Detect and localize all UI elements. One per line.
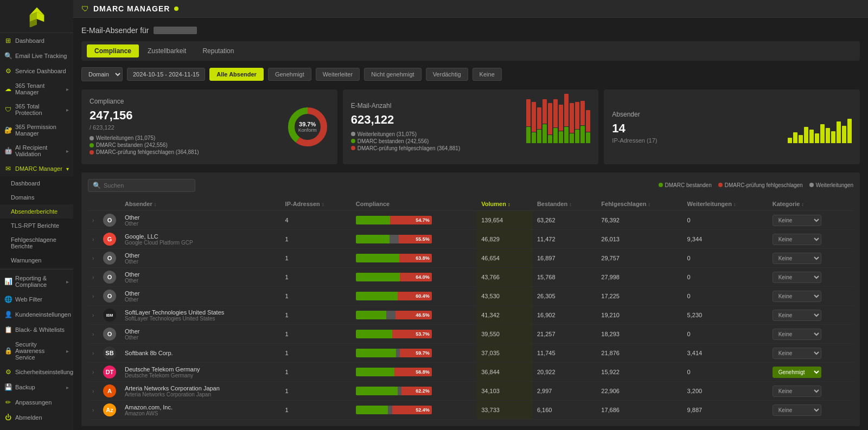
kategorie-cell[interactable]: Keine <box>768 401 853 420</box>
kategorie-cell[interactable]: Keine <box>768 249 853 268</box>
filter-alle-button[interactable]: Alle Absender <box>209 68 264 81</box>
expand-cell[interactable]: › <box>88 268 99 287</box>
expand-icon[interactable]: › <box>92 350 94 356</box>
kategorie-cell[interactable]: Keine <box>768 344 853 363</box>
volumen-cell: 43,766 <box>477 268 533 287</box>
sidebar-item-sicherheit[interactable]: ⚙ Sicherheitseinstellungen ▸ <box>0 364 73 380</box>
sidebar-item-email-live-tracking[interactable]: 🔍 Email Live Tracking <box>0 48 73 63</box>
sidebar-item-365-total[interactable]: 🛡 365 Total Protection ▸ <box>0 99 73 120</box>
sidebar-item-ai-recipient[interactable]: 🤖 AI Recipient Validation ▸ <box>0 140 73 161</box>
sidebar-item-dmarc-absender[interactable]: Absenderberichte <box>0 204 73 219</box>
expand-icon[interactable]: › <box>92 217 94 223</box>
expand-cell[interactable]: › <box>88 325 99 344</box>
sidebar-item-reporting[interactable]: 📊 Reporting & Compliance ▸ <box>0 271 73 292</box>
kategorie-select[interactable]: Keine <box>773 291 821 302</box>
expand-cell[interactable]: › <box>88 211 99 230</box>
kategorie-select[interactable]: Genehmigt <box>773 367 821 378</box>
kategorie-select[interactable]: Keine <box>773 329 821 340</box>
expand-icon[interactable]: › <box>92 407 94 413</box>
sidebar-item-dmarc-tls[interactable]: TLS-RPT Berichte <box>0 219 73 233</box>
expand-icon[interactable]: › <box>92 293 94 299</box>
kategorie-cell[interactable]: Genehmigt <box>768 363 853 382</box>
tab-compliance[interactable]: Compliance <box>87 44 139 57</box>
sidebar-item-dmarc-fehlgeschlagen[interactable]: Fehlgeschlagene Berichte <box>0 233 73 253</box>
kategorie-select[interactable]: Keine <box>773 234 821 245</box>
sidebar-item-dashboard[interactable]: ⊞ Dashboard <box>0 33 73 48</box>
domain-select[interactable]: Domain <box>81 67 123 81</box>
expand-icon[interactable]: › <box>92 255 94 261</box>
sender-name-cell: Deutsche Telekom GermanyDeutsche Telekom… <box>120 363 281 382</box>
kategorie-select[interactable]: Keine <box>773 215 821 226</box>
th-fehlgeschlagen[interactable]: Fehlgeschlagen ↕ <box>597 197 682 211</box>
filter-nicht-genehmigt-button[interactable]: Nicht genehmigt <box>364 68 422 81</box>
sidebar-item-abmelden[interactable]: ⏻ Abmelden <box>0 410 73 425</box>
tab-zustellbarkeit[interactable]: Zustellbarkeit <box>140 44 194 57</box>
expand-icon[interactable]: › <box>92 312 94 318</box>
expand-icon[interactable]: › <box>92 331 94 337</box>
th-weiterleitungen[interactable]: Weiterleitungen ↕ <box>683 197 768 211</box>
tab-reputation[interactable]: Reputation <box>195 44 241 57</box>
expand-cell[interactable]: › <box>88 382 99 401</box>
sidebar-item-backup[interactable]: 💾 Backup ▸ <box>0 380 73 395</box>
weiterleitungen-cell: 9,887 <box>683 401 768 420</box>
ip-cell: 1 <box>281 401 352 420</box>
sidebar-item-service-dashboard[interactable]: ⚙ Service Dashboard <box>0 63 73 79</box>
sidebar-item-dmarc-domains[interactable]: Domains <box>0 190 73 204</box>
expand-cell[interactable]: › <box>88 363 99 382</box>
kategorie-cell[interactable]: Keine <box>768 230 853 249</box>
expand-icon[interactable]: › <box>92 274 94 280</box>
bar-pct-label: 53.7% <box>416 331 430 337</box>
th-kategorie[interactable]: Kategorie ↕ <box>768 197 853 211</box>
bar-pct-label: 59.7% <box>416 350 430 356</box>
filter-genehmigt-button[interactable]: Genehmigt <box>268 68 311 81</box>
sidebar-item-kunden[interactable]: 👤 Kundeneinstellungen ▸ <box>0 307 73 322</box>
compliance-cell: 53.7% <box>352 325 477 344</box>
kategorie-select[interactable]: Keine <box>773 272 821 283</box>
search-box[interactable]: 🔍 <box>88 179 195 192</box>
expand-icon[interactable]: › <box>92 388 94 394</box>
search-input[interactable] <box>104 182 190 189</box>
sidebar-item-dmarc-warnungen[interactable]: Warnungen <box>0 253 73 267</box>
legend-label: DMARC bestanden (242,556) <box>96 142 168 148</box>
volumen-cell: 139,654 <box>477 211 533 230</box>
th-compliance[interactable]: Compliance <box>352 197 477 211</box>
expand-cell[interactable]: › <box>88 306 99 325</box>
sidebar-item-web-filter[interactable]: 🌐 Web Filter <box>0 292 73 307</box>
filter-weiterleiter-button[interactable]: Weiterleiter <box>316 68 360 81</box>
filter-verdaechtig-button[interactable]: Verdächtig <box>426 68 468 81</box>
sidebar-item-365-permission[interactable]: 🔐 365 Permission Manager <box>0 120 73 140</box>
expand-cell[interactable]: › <box>88 230 99 249</box>
kategorie-select[interactable]: Keine <box>773 253 821 264</box>
kategorie-cell[interactable]: Keine <box>768 287 853 306</box>
th-bestanden[interactable]: Bestanden ↕ <box>533 197 597 211</box>
th-volumen[interactable]: Volumen ↕ <box>477 197 533 211</box>
sidebar-item-black-white[interactable]: 📋 Black- & Whitelists <box>0 322 73 337</box>
expand-cell[interactable]: › <box>88 287 99 306</box>
filter-keine-button[interactable]: Keine <box>473 68 502 81</box>
sidebar-item-security-awareness[interactable]: 🔒 Security Awareness Service ▸ <box>0 337 73 364</box>
kategorie-cell[interactable]: Keine <box>768 306 853 325</box>
sidebar-item-dmarc-manager[interactable]: ✉ DMARC Manager ▾ <box>0 161 73 176</box>
kategorie-select[interactable]: Keine <box>773 386 821 397</box>
sidebar-item-365-tenant[interactable]: ☁ 365 Tenant Manager ▸ <box>0 79 73 99</box>
expand-cell[interactable]: › <box>88 344 99 363</box>
kategorie-cell[interactable]: Keine <box>768 382 853 401</box>
legend-label: Weiterleitungen (31,075) <box>358 131 417 137</box>
date-range-picker[interactable]: 2024-10-15 - 2024-11-15 <box>127 68 205 81</box>
expand-cell[interactable]: › <box>88 401 99 420</box>
expand-cell[interactable]: › <box>88 249 99 268</box>
kategorie-select[interactable]: Keine <box>773 405 821 416</box>
th-ip[interactable]: IP-Adressen ↕ <box>281 197 352 211</box>
expand-icon[interactable]: › <box>92 236 94 242</box>
kategorie-select[interactable]: Keine <box>773 348 821 359</box>
th-absender[interactable]: Absender ↕ <box>120 197 281 211</box>
kategorie-select[interactable]: Keine <box>773 310 821 321</box>
expand-icon[interactable]: › <box>92 369 94 375</box>
kategorie-cell[interactable]: Keine <box>768 325 853 344</box>
sidebar-item-anpassungen[interactable]: ✏ Anpassungen <box>0 395 73 410</box>
kategorie-cell[interactable]: Keine <box>768 268 853 287</box>
legend-dot <box>351 146 355 150</box>
kategorie-cell[interactable]: Keine <box>768 211 853 230</box>
sidebar-item-dmarc-dashboard[interactable]: Dashboard <box>0 176 73 190</box>
bar-red <box>537 107 541 129</box>
